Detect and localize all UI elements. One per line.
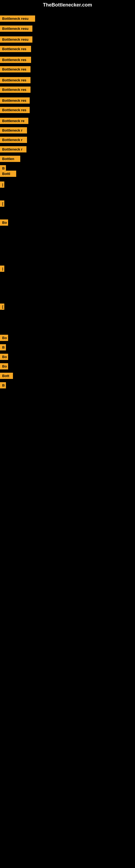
bottleneck-item[interactable]: | [0, 266, 4, 272]
bottleneck-item[interactable]: Bottleneck res [0, 107, 30, 113]
bottleneck-item[interactable]: Bottleneck re [0, 118, 28, 124]
bottleneck-item[interactable]: Bo [0, 335, 8, 341]
bottleneck-item[interactable]: [ [0, 200, 4, 207]
bottleneck-item[interactable]: Bo [0, 219, 8, 226]
site-title: TheBottlenecker.com [0, 0, 135, 10]
bottleneck-item[interactable]: Bottleneck resu [0, 26, 32, 32]
bottleneck-item[interactable]: Bottleneck res [0, 46, 31, 52]
bottleneck-item[interactable]: Bottlen [0, 156, 20, 162]
bottleneck-item[interactable]: Bo [0, 363, 8, 369]
bottleneck-item[interactable]: B [0, 344, 6, 350]
bottleneck-item[interactable]: Bottleneck res [0, 77, 31, 83]
bottleneck-item[interactable]: Bottleneck res [0, 97, 30, 104]
bottleneck-item[interactable]: Bottleneck res [0, 57, 31, 63]
bottleneck-item[interactable]: Bottleneck res [0, 66, 31, 72]
bottleneck-item[interactable]: | [0, 182, 4, 188]
bottleneck-item[interactable]: Bottleneck r [0, 127, 27, 133]
bottleneck-item[interactable]: Bo [0, 354, 8, 360]
bottleneck-item[interactable]: Bottleneck resu [0, 16, 35, 22]
bottleneck-item[interactable]: B [0, 382, 6, 389]
bottleneck-item[interactable]: Bott [0, 373, 13, 379]
bottleneck-item[interactable]: Bottleneck res [0, 87, 31, 93]
bottleneck-item[interactable]: [ [0, 304, 4, 310]
bottleneck-item[interactable]: Bottleneck resu [0, 36, 32, 42]
bottleneck-item[interactable]: Bottleneck r [0, 146, 27, 152]
bottleneck-item[interactable]: Bottl [0, 170, 16, 177]
bottleneck-item[interactable]: Bottleneck r [0, 137, 27, 143]
